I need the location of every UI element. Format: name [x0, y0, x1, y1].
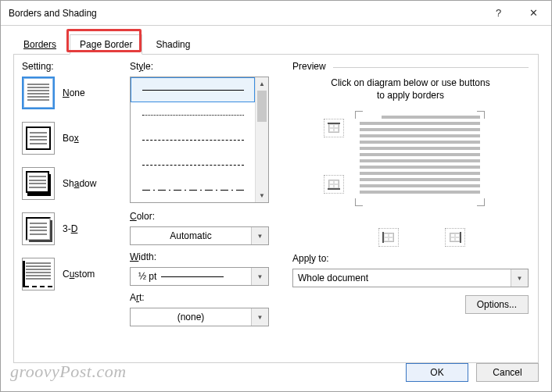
- setting-box-label: Box: [63, 133, 79, 144]
- art-dropdown[interactable]: (none) ▼: [130, 308, 269, 326]
- ok-button[interactable]: OK: [406, 363, 468, 382]
- color-value: Automatic: [131, 230, 251, 241]
- options-button[interactable]: Options...: [465, 295, 529, 314]
- width-label: Width:: [130, 251, 283, 262]
- tabs: Borders Page Border Shading: [1, 26, 551, 54]
- preview-section: Preview Click on diagram below or use bu…: [286, 55, 538, 362]
- style-scrollbar[interactable]: ▲ ▼: [255, 77, 268, 202]
- tab-page-border-label: Page Border: [80, 39, 132, 50]
- style-label: Style:: [130, 61, 283, 72]
- border-top-button[interactable]: [324, 119, 344, 137]
- setting-custom-label: Custom: [63, 269, 95, 280]
- chevron-down-icon: ▼: [251, 227, 268, 244]
- color-dropdown[interactable]: Automatic ▼: [130, 226, 269, 245]
- preview-label: Preview: [292, 61, 529, 72]
- border-bottom-button[interactable]: [324, 175, 344, 194]
- dialog-footer: OK Cancel: [406, 363, 539, 382]
- apply-to-dropdown[interactable]: Whole document ▼: [292, 269, 529, 287]
- style-option-solid[interactable]: [131, 77, 255, 102]
- setting-box[interactable]: Box: [22, 122, 124, 155]
- options-row: Options...: [292, 295, 529, 314]
- threed-icon: [22, 212, 55, 245]
- apply-to-value: Whole document: [293, 273, 511, 283]
- style-option-dash-dot[interactable]: [131, 177, 255, 202]
- style-listbox[interactable]: ▲ ▼: [130, 77, 269, 203]
- borders-and-shading-dialog: Borders and Shading ? ✕ Borders Page Bor…: [0, 0, 552, 392]
- setting-label: Setting:: [22, 61, 124, 72]
- chevron-down-icon: ▼: [251, 268, 268, 285]
- width-dropdown[interactable]: ½ pt ▼: [130, 267, 269, 286]
- art-value: (none): [131, 312, 251, 323]
- preview-diagram[interactable]: [292, 112, 529, 253]
- close-button[interactable]: ✕: [516, 1, 551, 25]
- none-icon: [22, 77, 55, 109]
- preview-hint-line1: Click on diagram below or use buttons: [331, 77, 489, 88]
- color-label: Color:: [130, 211, 283, 222]
- help-button[interactable]: ?: [481, 1, 516, 25]
- tab-page-border[interactable]: Page Border: [70, 34, 142, 55]
- custom-icon: [22, 258, 55, 290]
- ok-button-label: OK: [430, 367, 443, 378]
- scroll-thumb[interactable]: [257, 91, 267, 122]
- tab-panel: Setting: None Box Shadow: [13, 54, 539, 363]
- scroll-down-icon[interactable]: ▼: [256, 189, 268, 202]
- setting-3d-label: 3-D: [63, 223, 77, 234]
- chevron-down-icon: ▼: [251, 308, 268, 326]
- cancel-button-label: Cancel: [493, 367, 522, 378]
- watermark-text: groovyPost.com: [10, 362, 127, 382]
- chevron-down-icon: ▼: [511, 269, 528, 287]
- width-value: ½ pt: [131, 271, 156, 282]
- apply-to-label: Apply to:: [292, 253, 529, 264]
- setting-custom[interactable]: Custom: [22, 258, 124, 290]
- tab-shading[interactable]: Shading: [145, 34, 200, 55]
- tab-borders-label: Borders: [23, 39, 56, 50]
- tab-shading-label: Shading: [156, 39, 190, 50]
- border-right-button[interactable]: [445, 228, 465, 247]
- preview-page[interactable]: [360, 116, 480, 201]
- preview-hint: Click on diagram below or use buttons to…: [292, 77, 529, 102]
- apply-to-row: Apply to: Whole document ▼: [292, 253, 529, 287]
- preview-hint-line2: to apply borders: [377, 90, 444, 101]
- preview-label-text: Preview: [292, 61, 326, 72]
- box-icon: [22, 122, 55, 155]
- shadow-icon: [22, 167, 55, 200]
- style-section: Style: ▲ ▼ Color: Automatic ▼: [130, 55, 286, 362]
- setting-shadow-label: Shadow: [63, 178, 96, 189]
- setting-none-label: None: [63, 87, 85, 98]
- tab-borders[interactable]: Borders: [13, 34, 66, 55]
- setting-section: Setting: None Box Shadow: [14, 55, 130, 362]
- setting-shadow[interactable]: Shadow: [22, 167, 124, 200]
- titlebar: Borders and Shading ? ✕: [1, 1, 551, 26]
- scroll-up-icon[interactable]: ▲: [256, 77, 268, 91]
- options-button-label: Options...: [477, 299, 517, 310]
- cancel-button[interactable]: Cancel: [476, 363, 539, 382]
- setting-none[interactable]: None: [22, 77, 124, 109]
- width-sample-line: [161, 276, 224, 277]
- border-left-button[interactable]: [378, 228, 399, 247]
- setting-3d[interactable]: 3-D: [22, 212, 124, 245]
- style-items: [131, 77, 255, 202]
- style-option-dotted[interactable]: [131, 102, 255, 127]
- scroll-track[interactable]: [256, 91, 268, 189]
- style-option-dashed[interactable]: [131, 152, 255, 177]
- style-option-dashed-small[interactable]: [131, 127, 255, 152]
- art-label: Art:: [130, 292, 283, 303]
- window-title: Borders and Shading: [9, 8, 481, 19]
